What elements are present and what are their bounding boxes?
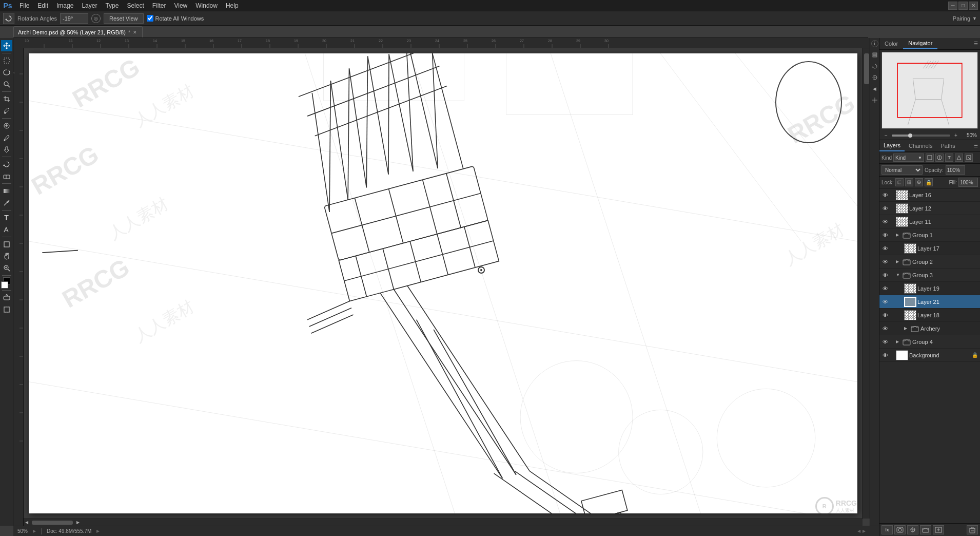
- lasso-tool[interactable]: [1, 67, 12, 78]
- crop-tool[interactable]: [1, 93, 12, 105]
- layer-eye-group1[interactable]: 👁: [881, 232, 889, 239]
- side-icon-info[interactable]: i: [871, 40, 878, 47]
- menu-layer[interactable]: Layer: [77, 1, 101, 10]
- kind-type-icon[interactable]: T: [945, 154, 953, 162]
- lock-position-btn[interactable]: [915, 178, 923, 186]
- lock-transparent-btn[interactable]: [895, 178, 904, 186]
- vertical-scrollbar[interactable]: [863, 48, 870, 519]
- hand-tool[interactable]: [1, 251, 12, 262]
- kind-adjust-icon[interactable]: [935, 154, 944, 162]
- archery-expand-arrow[interactable]: ▶: [904, 326, 909, 331]
- layer-eye-group4[interactable]: 👁: [881, 338, 889, 346]
- side-icon-zoom[interactable]: [871, 97, 878, 104]
- layer-eye-layer21[interactable]: 👁: [881, 298, 889, 305]
- quick-mask-tool[interactable]: [1, 292, 12, 303]
- paths-tab[interactable]: Paths: [937, 141, 959, 151]
- angle-input[interactable]: -19°: [60, 13, 88, 24]
- vertical-scrollbar-thumb[interactable]: [864, 53, 869, 84]
- group2-expand-arrow[interactable]: ▶: [896, 259, 901, 264]
- group1-expand-arrow[interactable]: ▶: [896, 233, 901, 237]
- layer-eye-layer18[interactable]: 👁: [881, 312, 889, 319]
- layer-item-layer12[interactable]: 👁 Layer 12: [879, 202, 980, 215]
- layer-new-button[interactable]: [933, 525, 944, 534]
- tab-close-icon[interactable]: ✕: [133, 30, 137, 35]
- eyedropper-tool[interactable]: [1, 105, 12, 117]
- horizontal-scrollbar[interactable]: ◀ ▶: [24, 519, 863, 526]
- pairing-dropdown-icon[interactable]: ▼: [972, 16, 977, 21]
- layer-item-background[interactable]: 👁 Background 🔒: [879, 349, 980, 362]
- layer-eye-layer16[interactable]: 👁: [881, 192, 889, 199]
- side-icon-color[interactable]: [871, 74, 878, 81]
- side-icon-expand[interactable]: ◀: [871, 85, 878, 92]
- layer-item-layer17[interactable]: 👁 Layer 17: [879, 242, 980, 255]
- kind-dropdown[interactable]: Kind▼: [893, 154, 924, 162]
- navigator-tab[interactable]: Navigator: [903, 38, 937, 49]
- lock-all-btn[interactable]: 🔒: [925, 178, 933, 186]
- color-swatch[interactable]: [1, 277, 12, 289]
- group3-expand-arrow[interactable]: ▼: [896, 273, 901, 277]
- layer-eye-layer11[interactable]: 👁: [881, 218, 889, 225]
- status-prev-btn[interactable]: ◀: [857, 529, 860, 533]
- gradient-tool[interactable]: [1, 185, 12, 197]
- layer-item-layer21[interactable]: 👁 Layer 21: [879, 295, 980, 309]
- pen-tool[interactable]: [1, 197, 12, 208]
- layer-item-layer11[interactable]: 👁 Layer 11: [879, 215, 980, 228]
- opacity-input[interactable]: 100%: [946, 165, 965, 175]
- side-icon-history[interactable]: [871, 63, 878, 70]
- layer-item-group2[interactable]: 👁 ▶ Group 2: [879, 255, 980, 269]
- document-tab[interactable]: Archi Demo.psd @ 50% (Layer 21, RGB/8) *…: [13, 26, 143, 37]
- fill-input[interactable]: 100%: [958, 178, 978, 187]
- menu-view[interactable]: View: [170, 1, 191, 10]
- rotate-all-windows-checkbox[interactable]: [147, 15, 153, 22]
- color-tab[interactable]: Color: [879, 39, 903, 49]
- reset-view-button[interactable]: Reset View: [104, 13, 143, 24]
- menu-window[interactable]: Window: [191, 1, 222, 10]
- clone-stamp-tool[interactable]: [1, 144, 12, 155]
- layer-fx-button[interactable]: fx: [881, 525, 893, 534]
- layers-tab[interactable]: Layers: [879, 140, 905, 151]
- kind-smart-icon[interactable]: [965, 154, 973, 162]
- layer-eye-background[interactable]: 👁: [881, 352, 889, 359]
- brush-tool[interactable]: [1, 132, 12, 143]
- layer-item-group4[interactable]: 👁 ▶ Group 4: [879, 335, 980, 349]
- layer-item-group1[interactable]: 👁 ▶ Group 1: [879, 228, 980, 242]
- layer-mask-button[interactable]: [894, 525, 906, 534]
- lock-image-btn[interactable]: [905, 178, 913, 186]
- layer-eye-archery[interactable]: 👁: [881, 325, 889, 332]
- layer-delete-button[interactable]: [967, 525, 978, 534]
- quick-select-tool[interactable]: [1, 79, 12, 90]
- layer-adjustment-button[interactable]: [907, 525, 918, 534]
- menu-file[interactable]: File: [15, 1, 33, 10]
- layer-item-layer18[interactable]: 👁 Layer 18: [879, 309, 980, 322]
- menu-help[interactable]: Help: [222, 1, 243, 10]
- zoom-in-icon[interactable]: +: [952, 132, 959, 138]
- rotate-all-windows-checkbox-label[interactable]: Rotate All Windows: [147, 15, 204, 22]
- layer-eye-group2[interactable]: 👁: [881, 258, 889, 265]
- zoom-out-icon[interactable]: −: [883, 132, 890, 138]
- zoom-slider[interactable]: [892, 135, 950, 137]
- status-next-btn[interactable]: ▶: [863, 529, 866, 533]
- scroll-right-btn[interactable]: ▶: [75, 520, 81, 526]
- group4-expand-arrow[interactable]: ▶: [896, 339, 901, 344]
- kind-pixel-icon[interactable]: [926, 154, 934, 162]
- layer-item-layer19[interactable]: 👁 Layer 19: [879, 282, 980, 295]
- layer-eye-layer19[interactable]: 👁: [881, 285, 889, 292]
- menu-type[interactable]: Type: [101, 1, 123, 10]
- path-select-tool[interactable]: [1, 224, 12, 235]
- minimize-button[interactable]: ─: [948, 2, 957, 10]
- layer-item-group3[interactable]: 👁 ▼ Group 3: [879, 269, 980, 282]
- horizontal-scrollbar-thumb[interactable]: [32, 521, 73, 525]
- layer-eye-group3[interactable]: 👁: [881, 272, 889, 279]
- menu-edit[interactable]: Edit: [33, 1, 52, 10]
- menu-image[interactable]: Image: [52, 1, 77, 10]
- history-brush-tool[interactable]: [1, 159, 12, 170]
- screen-mode-tool[interactable]: [1, 304, 12, 315]
- marquee-tool[interactable]: [1, 55, 12, 66]
- layer-eye-layer12[interactable]: 👁: [881, 205, 889, 212]
- menu-filter[interactable]: Filter: [148, 1, 170, 10]
- channels-tab[interactable]: Channels: [905, 141, 936, 151]
- move-tool[interactable]: [1, 40, 12, 51]
- layer-item-layer16[interactable]: 👁 Layer 16: [879, 188, 980, 202]
- maximize-button[interactable]: □: [958, 2, 968, 10]
- layer-item-archery[interactable]: 👁 ▶ Archery: [879, 322, 980, 335]
